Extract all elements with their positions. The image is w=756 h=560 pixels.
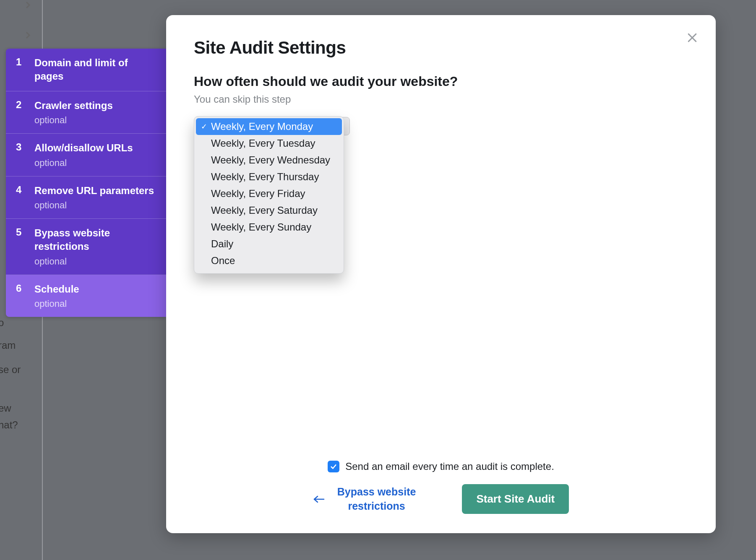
start-audit-button[interactable]: Start Site Audit (462, 484, 569, 514)
wizard-sidebar: 1 Domain and limit of pages 2 Crawler se… (6, 49, 166, 317)
schedule-option-label: Weekly, Every Tuesday (211, 137, 315, 149)
close-icon (686, 31, 699, 44)
chevron-right-icon (23, 0, 33, 12)
back-label-text: Bypass websiterestrictions (337, 486, 416, 512)
wizard-step-label: Domain and limit of pages (34, 56, 156, 83)
chevron-right-icon (23, 30, 33, 42)
wizard-step-schedule[interactable]: 6 Schedule optional (6, 275, 166, 317)
bg-text: se or (0, 364, 21, 376)
wizard-step-num: 3 (16, 141, 24, 168)
schedule-option-label: Weekly, Every Monday (211, 121, 313, 132)
schedule-option-thu[interactable]: ✓ Weekly, Every Thursday (194, 169, 344, 185)
schedule-option-label: Once (211, 255, 235, 267)
wizard-step-optional: optional (34, 115, 113, 126)
wizard-step-num: 6 (16, 283, 24, 309)
wizard-step-label: Bypass website restrictions (34, 226, 156, 254)
schedule-option-label: Weekly, Every Wednesday (211, 154, 330, 166)
schedule-option-label: Weekly, Every Sunday (211, 221, 311, 233)
schedule-dropdown-list: ✓ Weekly, Every Monday ✓ Weekly, Every T… (194, 116, 344, 274)
bg-text: ram (0, 340, 16, 351)
wizard-step-label: Crawler settings (34, 99, 113, 112)
schedule-option-tue[interactable]: ✓ Weekly, Every Tuesday (194, 135, 344, 152)
schedule-option-sun[interactable]: ✓ Weekly, Every Sunday (194, 219, 344, 236)
email-checkbox[interactable] (328, 461, 339, 472)
wizard-step-num: 4 (16, 184, 24, 211)
schedule-option-label: Weekly, Every Friday (211, 188, 305, 200)
schedule-option-once[interactable]: ✓ Once (194, 252, 344, 269)
wizard-step-remove-params[interactable]: 4 Remove URL parameters optional (6, 176, 166, 219)
wizard-step-num: 5 (16, 226, 24, 267)
modal-title: Site Audit Settings (194, 38, 688, 58)
bg-text: o (0, 317, 4, 329)
bg-text: ew (0, 402, 11, 414)
wizard-step-num: 1 (16, 56, 24, 83)
back-button[interactable]: Bypass websiterestrictions (313, 485, 416, 513)
email-notify-row[interactable]: Send an email every time an audit is com… (328, 461, 554, 472)
settings-modal: Site Audit Settings How often should we … (166, 15, 716, 533)
modal-footer: Send an email every time an audit is com… (194, 461, 688, 514)
wizard-step-label: Allow/disallow URLs (34, 141, 133, 155)
wizard-step-num: 2 (16, 99, 24, 126)
close-button[interactable] (685, 30, 700, 45)
back-label: Bypass websiterestrictions (337, 485, 416, 513)
email-notify-label: Send an email every time an audit is com… (345, 461, 554, 472)
wizard-step-label: Schedule (34, 283, 79, 296)
modal-subtext: You can skip this step (194, 93, 688, 105)
check-icon: ✓ (200, 122, 208, 131)
wizard-step-optional: optional (34, 298, 79, 309)
wizard-step-optional: optional (34, 200, 154, 211)
wizard-step-optional: optional (34, 256, 156, 267)
schedule-option-daily[interactable]: ✓ Daily (194, 236, 344, 252)
schedule-option-mon[interactable]: ✓ Weekly, Every Monday (196, 118, 342, 135)
wizard-step-bypass[interactable]: 5 Bypass website restrictions optional (6, 219, 166, 275)
schedule-option-label: Daily (211, 238, 233, 250)
check-icon (330, 463, 337, 470)
modal-question: How often should we audit your website? (194, 74, 688, 89)
wizard-step-crawler[interactable]: 2 Crawler settings optional (6, 91, 166, 134)
bg-text: nat? (0, 419, 18, 431)
wizard-step-optional: optional (34, 158, 133, 169)
schedule-option-fri[interactable]: ✓ Weekly, Every Friday (194, 185, 344, 202)
footer-actions: Bypass websiterestrictions Start Site Au… (313, 484, 569, 514)
wizard-step-label: Remove URL parameters (34, 184, 154, 197)
schedule-select[interactable]: ✓ Weekly, Every Monday ✓ Weekly, Every T… (194, 116, 344, 137)
schedule-option-label: Weekly, Every Saturday (211, 205, 318, 216)
arrow-left-icon (313, 492, 325, 506)
wizard-step-urls[interactable]: 3 Allow/disallow URLs optional (6, 134, 166, 176)
schedule-option-sat[interactable]: ✓ Weekly, Every Saturday (194, 202, 344, 219)
wizard-step-domain[interactable]: 1 Domain and limit of pages (6, 49, 166, 91)
schedule-option-label: Weekly, Every Thursday (211, 171, 319, 183)
schedule-option-wed[interactable]: ✓ Weekly, Every Wednesday (194, 152, 344, 169)
